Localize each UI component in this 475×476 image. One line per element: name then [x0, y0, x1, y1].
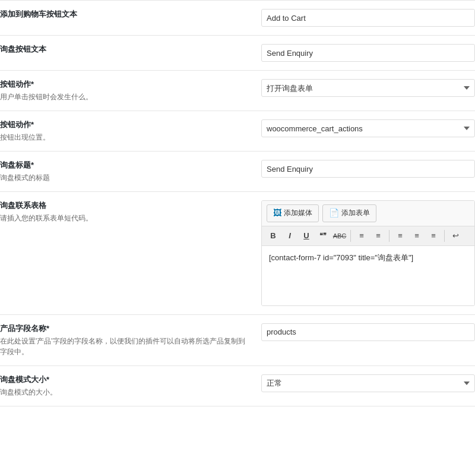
row-add-to-cart: 添加到购物车按钮文本 [0, 0, 475, 36]
label-enquiry-button: 询盘按钮文本 [0, 44, 261, 56]
add-media-icon: 🖼 [273, 207, 281, 219]
italic-button[interactable]: I [282, 229, 297, 243]
input-col-enquiry-contact: 🖼 添加媒体 📄 添加表单 B I U ❝❞ ABC ≡ [261, 200, 475, 306]
label-title-product-field: 产品字段名称* [0, 323, 249, 334]
label-title-enquiry-button: 询盘按钮文本 [0, 44, 249, 55]
row-enquiry-title: 询盘标题* 询盘模式的标题 [0, 152, 475, 192]
label-button-action-2: 按钮动作* 按钮出现位置。 [0, 119, 261, 143]
add-to-cart-input[interactable] [261, 9, 475, 27]
blockquote-button[interactable]: ❝❞ [315, 229, 331, 243]
row-enquiry-button: 询盘按钮文本 [0, 36, 475, 71]
label-enquiry-title: 询盘标题* 询盘模式的标题 [0, 160, 261, 183]
add-media-label: 添加媒体 [284, 208, 312, 218]
button-action-2-select[interactable]: woocommerce_cart_actions [261, 119, 475, 137]
bold-button[interactable]: B [265, 229, 281, 243]
add-media-button[interactable]: 🖼 添加媒体 [267, 204, 319, 222]
label-desc-enquiry-contact: 请插入您的联系表单短代码。 [0, 213, 249, 223]
align-left-button[interactable]: ≡ [392, 229, 408, 243]
enquiry-button-input[interactable] [261, 44, 475, 62]
product-field-input[interactable] [261, 323, 475, 341]
modal-size-select[interactable]: 正常 [261, 374, 475, 392]
undo-button[interactable]: ↩ [448, 229, 463, 243]
strikethrough-button[interactable]: ABC [332, 229, 347, 243]
toolbar-separator-1 [350, 230, 351, 242]
form-container: 添加到购物车按钮文本 询盘按钮文本 按钮动作* 用户单击按钮时会发生什么。 打开… [0, 0, 475, 406]
input-col-enquiry-button [261, 44, 475, 62]
label-desc-modal-size: 询盘模式的大小。 [0, 387, 249, 398]
add-form-icon: 📄 [329, 207, 339, 219]
label-desc-product-field: 在此处设置'产品'字段的字段名称，以便我们的插件可以自动将所选产品复制到字段中。 [0, 336, 249, 357]
input-col-enquiry-title [261, 160, 475, 178]
format-toolbar: B I U ❝❞ ABC ≡ ≡ ≡ ≡ ≡ ↩ [262, 226, 474, 246]
label-product-field: 产品字段名称* 在此处设置'产品'字段的字段名称，以便我们的插件可以自动将所选产… [0, 323, 261, 357]
media-toolbar: 🖼 添加媒体 📄 添加表单 [262, 201, 474, 226]
button-action-1-select[interactable]: 打开询盘表单 [261, 79, 475, 97]
underline-button[interactable]: U [299, 229, 314, 243]
enquiry-title-input[interactable] [261, 160, 475, 178]
label-modal-size: 询盘模式大小* 询盘模式的大小。 [0, 374, 261, 398]
label-title-enquiry-title: 询盘标题* [0, 160, 249, 171]
row-button-action-1: 按钮动作* 用户单击按钮时会发生什么。 打开询盘表单 [0, 71, 475, 111]
label-desc-enquiry-title: 询盘模式的标题 [0, 172, 249, 183]
align-right-button[interactable]: ≡ [426, 229, 441, 243]
rich-text-wrapper: 🖼 添加媒体 📄 添加表单 B I U ❝❞ ABC ≡ [261, 200, 475, 306]
ul-button[interactable]: ≡ [354, 229, 369, 243]
input-col-button-action-1: 打开询盘表单 [261, 79, 475, 97]
label-enquiry-contact: 询盘联系表格 请插入您的联系表单短代码。 [0, 200, 261, 223]
label-title-add-to-cart: 添加到购物车按钮文本 [0, 9, 249, 20]
label-title-enquiry-contact: 询盘联系表格 [0, 200, 249, 211]
ol-button[interactable]: ≡ [370, 229, 386, 243]
row-modal-size: 询盘模式大小* 询盘模式的大小。 正常 [0, 366, 475, 406]
label-title-modal-size: 询盘模式大小* [0, 374, 249, 385]
toolbar-separator-3 [444, 230, 445, 242]
toolbar-separator-2 [389, 230, 390, 242]
input-col-button-action-2: woocommerce_cart_actions [261, 119, 475, 137]
add-form-button[interactable]: 📄 添加表单 [322, 204, 376, 222]
row-product-field: 产品字段名称* 在此处设置'产品'字段的字段名称，以便我们的插件可以自动将所选产… [0, 315, 475, 366]
label-title-button-action-1: 按钮动作* [0, 79, 249, 90]
row-button-action-2: 按钮动作* 按钮出现位置。 woocommerce_cart_actions [0, 111, 475, 152]
label-add-to-cart: 添加到购物车按钮文本 [0, 9, 261, 21]
input-col-add-to-cart [261, 9, 475, 27]
row-enquiry-contact: 询盘联系表格 请插入您的联系表单短代码。 🖼 添加媒体 📄 添加表单 [0, 192, 475, 315]
align-center-button[interactable]: ≡ [409, 229, 425, 243]
label-desc-button-action-2: 按钮出现位置。 [0, 132, 249, 143]
rich-text-area[interactable]: [contact-form-7 id="7093" title="询盘表单"] [262, 246, 474, 305]
rich-text-content: [contact-form-7 id="7093" title="询盘表单"] [269, 253, 413, 262]
input-col-product-field [261, 323, 475, 341]
label-button-action-1: 按钮动作* 用户单击按钮时会发生什么。 [0, 79, 261, 102]
input-col-modal-size: 正常 [261, 374, 475, 392]
add-form-label: 添加表单 [341, 208, 370, 218]
label-desc-button-action-1: 用户单击按钮时会发生什么。 [0, 92, 249, 102]
label-title-button-action-2: 按钮动作* [0, 119, 249, 130]
